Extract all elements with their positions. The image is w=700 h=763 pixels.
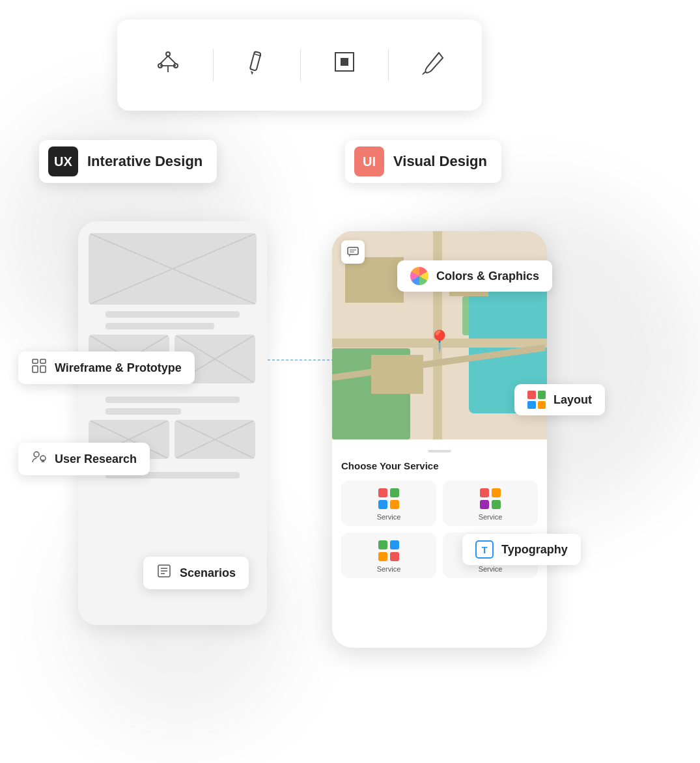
layout-chip-label: Layout bbox=[553, 393, 592, 407]
frame-icon bbox=[330, 48, 359, 83]
chip-user-research: User Research bbox=[18, 443, 150, 475]
service-title: Choose Your Service bbox=[341, 460, 538, 471]
map-building-3 bbox=[371, 355, 423, 394]
toolbar-card bbox=[117, 20, 482, 111]
service-section: Choose Your Service Service bbox=[332, 439, 547, 589]
layout-icon-y bbox=[538, 401, 546, 409]
map-chat-icon bbox=[341, 240, 365, 264]
service-item-3[interactable]: Service bbox=[341, 533, 436, 578]
svg-rect-13 bbox=[40, 359, 46, 363]
wire-line-4 bbox=[105, 408, 181, 415]
service-icon-1 bbox=[378, 488, 399, 509]
wireframe-chip-label: Wireframe & Prototype bbox=[55, 361, 182, 375]
chip-layout: Layout bbox=[514, 384, 605, 415]
user-research-chip-icon bbox=[31, 449, 47, 469]
color-wheel-icon bbox=[410, 267, 428, 285]
scenarios-chip-icon bbox=[156, 563, 172, 583]
service-icon-2 bbox=[480, 488, 501, 509]
ui-badge: UI bbox=[354, 146, 384, 176]
service-label-1: Service bbox=[377, 513, 401, 521]
svg-rect-14 bbox=[33, 366, 38, 372]
ux-label-text: Interative Design bbox=[87, 153, 203, 170]
ui-label-text: Visual Design bbox=[393, 153, 487, 170]
colors-chip-label: Colors & Graphics bbox=[436, 270, 539, 283]
svg-point-0 bbox=[166, 52, 170, 56]
wireframe-chip-icon bbox=[31, 358, 47, 378]
service-label-2: Service bbox=[479, 513, 503, 521]
svg-rect-22 bbox=[348, 247, 358, 255]
drag-handle bbox=[428, 450, 451, 452]
service-item-1[interactable]: Service bbox=[341, 480, 436, 526]
svg-line-4 bbox=[168, 56, 176, 64]
ui-phone: 📍 Choose Your Service bbox=[332, 231, 547, 648]
wire-block-small-2 bbox=[175, 420, 255, 459]
divider-3 bbox=[388, 49, 389, 81]
service-label-4: Service bbox=[479, 565, 503, 573]
scenarios-chip-label: Scenarios bbox=[180, 566, 236, 580]
pen-tool-icon bbox=[152, 46, 184, 84]
svg-point-17 bbox=[40, 456, 46, 461]
chip-wireframe-prototype: Wireframe & Prototype bbox=[18, 352, 195, 384]
svg-point-16 bbox=[34, 452, 39, 457]
pencil-icon bbox=[243, 48, 272, 83]
divider-1 bbox=[213, 49, 214, 81]
wire-cross-5 bbox=[175, 420, 255, 459]
svg-marker-8 bbox=[251, 71, 253, 75]
typography-chip-label: Typography bbox=[501, 543, 568, 557]
wire-line-2 bbox=[105, 323, 215, 329]
map-pin: 📍 bbox=[427, 329, 453, 354]
layout-icon-r bbox=[527, 391, 536, 399]
chip-scenarios: Scenarios bbox=[143, 557, 249, 589]
user-research-chip-label: User Research bbox=[55, 452, 137, 466]
ui-label-card: UI Visual Design bbox=[345, 140, 501, 183]
chip-colors-graphics: Colors & Graphics bbox=[397, 260, 552, 292]
svg-rect-12 bbox=[33, 359, 38, 363]
divider-2 bbox=[300, 49, 301, 81]
ux-badge: UX bbox=[48, 146, 78, 176]
ux-label-card: UX Interative Design bbox=[39, 140, 217, 183]
wire-cross-1 bbox=[89, 233, 257, 305]
brush-icon bbox=[418, 48, 447, 83]
service-label-3: Service bbox=[377, 565, 401, 573]
wire-block-large bbox=[89, 233, 257, 305]
wire-line-3 bbox=[105, 396, 240, 403]
chip-typography: T Typography bbox=[462, 534, 581, 565]
service-item-2[interactable]: Service bbox=[443, 480, 538, 526]
service-icon-3 bbox=[378, 540, 399, 561]
layout-icon bbox=[527, 391, 546, 409]
wire-line-1 bbox=[105, 311, 240, 318]
typography-icon: T bbox=[475, 540, 494, 559]
layout-icon-g bbox=[538, 391, 546, 399]
svg-rect-11 bbox=[341, 58, 348, 66]
layout-icon-b bbox=[527, 401, 536, 409]
svg-rect-15 bbox=[40, 366, 46, 372]
map-building-1 bbox=[345, 257, 404, 303]
svg-line-3 bbox=[160, 56, 168, 64]
